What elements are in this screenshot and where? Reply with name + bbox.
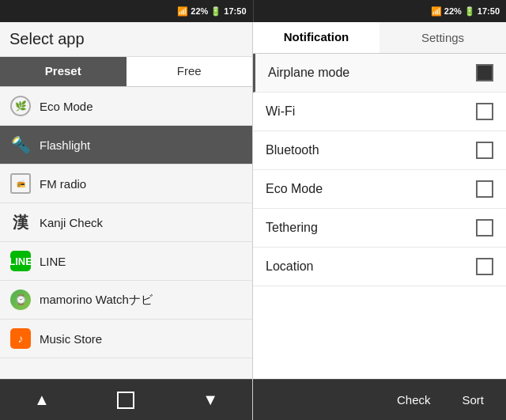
tab-preset[interactable]: Preset — [0, 57, 126, 86]
eco-mode-icon: 🌿 — [9, 95, 32, 117]
main-content: Select app Preset Free 🌿 Eco Mode 🔦 Flas… — [0, 22, 506, 420]
location-checkbox[interactable] — [476, 258, 493, 275]
line-icon-container: LINE — [9, 250, 32, 272]
music-store-icon: ♪ — [10, 328, 31, 349]
flashlight-icon-container: 🔦 — [9, 134, 32, 156]
right-tab-bar: Notification Settings — [253, 22, 506, 54]
battery-icon-left: 🔋 — [210, 6, 221, 17]
left-panel: Select app Preset Free 🌿 Eco Mode 🔦 Flas… — [0, 22, 253, 420]
battery-icon-right: 🔋 — [464, 6, 475, 17]
sort-button[interactable]: Sort — [452, 388, 493, 411]
status-icons-left: 📶 22% 🔋 17:50 — [177, 6, 246, 17]
nav-home-button[interactable] — [101, 385, 150, 415]
wifi-label: Wi-Fi — [266, 104, 295, 119]
settings-item-airplane[interactable]: Airplane mode — [253, 54, 506, 93]
battery-percent-right: 22% — [444, 6, 462, 16]
music-store-icon-container: ♪ — [9, 327, 32, 350]
down-arrow-icon: ▼ — [202, 391, 218, 409]
eco-mode-label: Eco Mode — [40, 100, 93, 113]
flashlight-icon: 🔦 — [11, 135, 31, 154]
app-item-fm-radio[interactable]: 📻 FM radio — [0, 165, 252, 203]
panel-title: Select app — [0, 22, 252, 57]
mamorino-icon-container: ⌚ — [9, 289, 32, 311]
bluetooth-checkbox[interactable] — [476, 142, 493, 159]
line-label: LINE — [40, 255, 66, 268]
status-icons-right: 📶 22% 🔋 17:50 — [431, 6, 500, 17]
bottom-nav-left: ▲ ▼ — [0, 379, 252, 420]
settings-item-tethering[interactable]: Tethering — [253, 209, 506, 248]
tethering-checkbox[interactable] — [476, 219, 493, 236]
app-item-kanji-check[interactable]: 漢 Kanji Check — [0, 203, 252, 242]
settings-list: Airplane mode Wi-Fi Bluetooth Eco Mode T… — [253, 54, 506, 379]
settings-item-wifi[interactable]: Wi-Fi — [253, 93, 506, 131]
location-label: Location — [266, 259, 314, 274]
mamorino-label: mamorino Watchナビ — [40, 293, 153, 308]
fm-radio-icon: 📻 — [10, 173, 31, 194]
tab-notification[interactable]: Notification — [253, 22, 380, 53]
signal-icon: 📶 — [177, 6, 188, 17]
wifi-checkbox[interactable] — [476, 103, 493, 120]
time-right: 17:50 — [478, 6, 500, 16]
nav-up-button[interactable]: ▲ — [18, 384, 66, 415]
app-item-eco-mode[interactable]: 🌿 Eco Mode — [0, 87, 252, 126]
fm-radio-icon-container: 📻 — [9, 172, 32, 195]
bluetooth-label: Bluetooth — [266, 143, 319, 157]
status-bars: 📶 22% 🔋 17:50 📶 22% 🔋 17:50 — [0, 0, 506, 22]
app-item-music-store[interactable]: ♪ Music Store — [0, 320, 252, 358]
nav-down-button[interactable]: ▼ — [187, 384, 234, 415]
settings-item-bluetooth[interactable]: Bluetooth — [253, 131, 506, 170]
app-item-flashlight[interactable]: 🔦 Flashlight — [0, 126, 252, 165]
app-item-mamorino[interactable]: ⌚ mamorino Watchナビ — [0, 281, 252, 320]
home-square-icon — [117, 392, 134, 409]
eco-mode-setting-label: Eco Mode — [266, 182, 323, 196]
fm-radio-label: FM radio — [40, 177, 86, 191]
flashlight-label: Flashlight — [40, 138, 90, 152]
tab-free[interactable]: Free — [126, 57, 253, 86]
app-list: 🌿 Eco Mode 🔦 Flashlight 📻 FM radio 漢 — [0, 87, 252, 379]
status-bar-left: 📶 22% 🔋 17:50 — [0, 0, 254, 22]
right-panel: Notification Settings Airplane mode Wi-F… — [253, 22, 506, 420]
mamorino-icon: ⌚ — [10, 289, 31, 310]
kanji-check-icon: 漢 — [13, 212, 28, 233]
left-tab-bar: Preset Free — [0, 57, 252, 87]
settings-item-location[interactable]: Location — [253, 248, 506, 286]
check-button[interactable]: Check — [387, 388, 440, 411]
time-left: 17:50 — [224, 6, 246, 16]
eco-mode-checkbox[interactable] — [476, 180, 493, 198]
up-arrow-icon: ▲ — [34, 391, 50, 409]
settings-item-eco-mode[interactable]: Eco Mode — [253, 170, 506, 209]
tethering-label: Tethering — [266, 221, 318, 235]
bottom-nav-right: Check Sort — [253, 379, 506, 420]
kanji-check-label: Kanji Check — [40, 216, 103, 229]
app-item-line[interactable]: LINE LINE — [0, 242, 252, 281]
status-bar-right: 📶 22% 🔋 17:50 — [254, 0, 507, 22]
airplane-mode-label: Airplane mode — [268, 66, 349, 80]
battery-percent-left: 22% — [191, 6, 208, 16]
signal-icon-right: 📶 — [431, 6, 442, 17]
tab-settings[interactable]: Settings — [380, 22, 506, 53]
airplane-mode-checkbox[interactable] — [476, 64, 493, 81]
music-store-label: Music Store — [40, 332, 102, 346]
line-icon: LINE — [10, 251, 31, 271]
kanji-check-icon-container: 漢 — [9, 211, 32, 233]
